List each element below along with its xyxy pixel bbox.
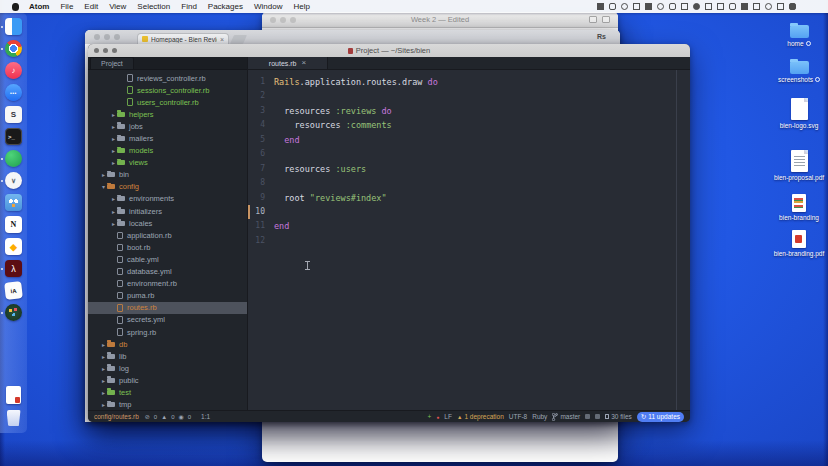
dock-tweetbot[interactable] [0, 194, 27, 211]
dock-itunes[interactable]: ♪ [0, 62, 27, 79]
statusbar-problems[interactable]: ⊘0▲0◉0 [145, 413, 191, 420]
code-line-8[interactable]: 8 [248, 176, 690, 190]
tree-item-tmp[interactable]: ▸tmp [88, 399, 247, 410]
disclosure-collapsed-icon[interactable]: ▸ [110, 135, 117, 142]
window-manager-icon[interactable] [633, 3, 640, 10]
menu-file[interactable]: File [60, 2, 73, 11]
dock-evernote[interactable] [0, 150, 27, 167]
code-line-10[interactable]: 10 [248, 205, 690, 219]
tree-item-public[interactable]: ▸public [88, 374, 247, 386]
disclosure-collapsed-icon[interactable]: ▸ [110, 208, 117, 215]
desktop-icon-bien-logo.svg[interactable]: bien-logo.svg [772, 98, 826, 130]
disclosure-collapsed-icon[interactable]: ▸ [100, 389, 107, 396]
dock-notion[interactable]: N [0, 216, 27, 233]
tree-item-puma.rb[interactable]: puma.rb [88, 290, 247, 302]
code-line-5[interactable]: 5 end [248, 133, 690, 147]
desktop-icon-bien-branding[interactable]: bien-branding [772, 194, 826, 222]
dock-slack[interactable]: S [0, 106, 27, 123]
menu-edit[interactable]: Edit [84, 2, 98, 11]
desktop-icon-screenshots[interactable]: screenshots [772, 58, 826, 84]
line-ending-indicator[interactable]: LF [444, 413, 452, 420]
share-icon[interactable] [589, 16, 597, 23]
tree-item-test[interactable]: ▸test [88, 386, 247, 398]
menu-window[interactable]: Window [254, 2, 282, 11]
code-line-2[interactable]: 2 [248, 89, 690, 103]
tree-item-boot.rb[interactable]: boot.rb [88, 241, 247, 253]
menu-help[interactable]: Help [293, 2, 309, 11]
disclosure-collapsed-icon[interactable]: ▸ [110, 159, 117, 166]
password-manager-icon[interactable] [765, 3, 772, 10]
disclosure-collapsed-icon[interactable]: ▸ [100, 365, 107, 372]
menu-view[interactable]: View [109, 2, 126, 11]
dock-ia-writer[interactable]: iA [0, 282, 27, 299]
tree-item-sessions_controller.rb[interactable]: sessions_controller.rb [88, 84, 247, 96]
dock-documents-stack[interactable] [0, 386, 27, 404]
tree-item-environments[interactable]: ▸environments [88, 193, 247, 205]
new-tab-button[interactable] [230, 35, 247, 44]
bluetooth-icon[interactable] [669, 3, 676, 10]
tree-item-spring.rb[interactable]: spring.rb [88, 326, 247, 338]
zoom-button[interactable] [114, 34, 120, 40]
disclosure-collapsed-icon[interactable]: ▸ [110, 123, 117, 130]
code-line-7[interactable]: 7 resources :users [248, 162, 690, 176]
encoding-indicator[interactable]: UTF-8 [509, 413, 527, 420]
code-line-11[interactable]: 11end [248, 219, 690, 233]
deprecation-warning[interactable]: ▲ 1 deprecation [457, 413, 504, 420]
tab-close-icon[interactable]: × [301, 59, 306, 67]
code-line-3[interactable]: 3 resources :reviews do [248, 104, 690, 118]
disclosure-collapsed-icon[interactable]: ▸ [100, 401, 107, 408]
project-tab[interactable]: Project [90, 57, 134, 69]
volume-icon[interactable] [741, 3, 748, 10]
disclosure-collapsed-icon[interactable]: ▸ [100, 341, 107, 348]
wifi-icon[interactable] [729, 3, 736, 10]
browser-tabstrip[interactable]: Homepage - Bien Reviews - × Rs [85, 30, 620, 44]
disclosure-collapsed-icon[interactable]: ▸ [110, 111, 117, 118]
editor-tab-routes[interactable]: routes.rb × [248, 57, 328, 69]
tree-item-models[interactable]: ▸models [88, 145, 247, 157]
keyboard-icon[interactable] [705, 3, 712, 10]
tree-item-log[interactable]: ▸log [88, 362, 247, 374]
dock-acrobat[interactable]: λ [0, 260, 27, 277]
package-icon-1[interactable] [585, 414, 590, 419]
desktop-icon-bien-branding.pdf[interactable]: bien-branding.pdf [772, 230, 826, 258]
tree-item-lib[interactable]: ▸lib [88, 350, 247, 362]
tree-item-views[interactable]: ▸views [88, 157, 247, 169]
code-line-6[interactable]: 6 [248, 147, 690, 161]
menu-find[interactable]: Find [181, 2, 197, 11]
shield-icon[interactable] [621, 3, 628, 10]
tree-item-mailers[interactable]: ▸mailers [88, 132, 247, 144]
disclosure-expanded-icon[interactable]: ▾ [100, 183, 107, 190]
browser-tab[interactable]: Homepage - Bien Reviews - × [137, 33, 229, 44]
tree-item-locales[interactable]: ▸locales [88, 217, 247, 229]
tree-item-initializers[interactable]: ▸initializers [88, 205, 247, 217]
dock-messages[interactable]: ••• [0, 84, 27, 101]
git-branch-indicator[interactable]: master [552, 413, 580, 421]
menu-packages[interactable]: Packages [208, 2, 243, 11]
display-mirror-icon[interactable] [753, 3, 760, 10]
time-machine-icon[interactable] [609, 3, 616, 10]
tree-item-secrets.yml[interactable]: secrets.yml [88, 314, 247, 326]
dock-media-app[interactable] [0, 304, 27, 321]
close-button[interactable] [94, 34, 100, 40]
dock-finder[interactable] [0, 18, 27, 35]
tab-close-icon[interactable]: × [220, 36, 224, 43]
disclosure-collapsed-icon[interactable]: ▸ [110, 220, 117, 227]
minimize-button[interactable] [104, 34, 110, 40]
tree-item-database.yml[interactable]: database.yml [88, 266, 247, 278]
disclosure-collapsed-icon[interactable]: ▸ [100, 353, 107, 360]
dock-chrome[interactable] [0, 40, 27, 57]
menu-atom[interactable]: Atom [29, 2, 49, 11]
disclosure-collapsed-icon[interactable]: ▸ [110, 195, 117, 202]
tree-item-cable.yml[interactable]: cable.yml [88, 253, 247, 265]
notes-titlebar[interactable]: Week 2 — Edited [262, 12, 618, 28]
grammar-indicator[interactable]: Ruby [532, 413, 547, 420]
tree-item-config[interactable]: ▾config [88, 181, 247, 193]
dropbox-icon[interactable] [717, 3, 724, 10]
code-line-12[interactable]: 12 [248, 234, 690, 248]
updates-badge[interactable]: ↻ 11 updates [637, 412, 684, 422]
code-line-4[interactable]: 4 resources :comments [248, 118, 690, 132]
tree-item-application.rb[interactable]: application.rb [88, 229, 247, 241]
disclosure-collapsed-icon[interactable]: ▸ [110, 147, 117, 154]
tree-item-bin[interactable]: ▸bin [88, 169, 247, 181]
tree-item-reviews_controller.rb[interactable]: reviews_controller.rb [88, 72, 247, 84]
